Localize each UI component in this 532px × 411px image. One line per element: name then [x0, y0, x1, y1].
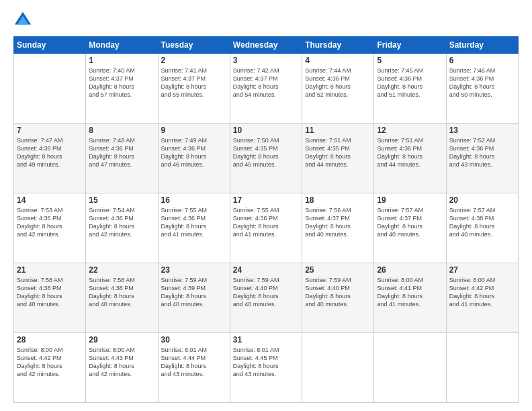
day-number: 13	[449, 126, 515, 135]
calendar-header: SundayMondayTuesdayWednesdayThursdayFrid…	[14, 37, 519, 54]
day-content: Sunrise: 8:00 AM Sunset: 4:42 PM Dayligh…	[449, 276, 515, 309]
calendar-cell: 1Sunrise: 7:40 AM Sunset: 4:37 PM Daylig…	[86, 54, 158, 124]
calendar-cell: 21Sunrise: 7:58 AM Sunset: 4:38 PM Dayli…	[14, 263, 86, 333]
header-cell-monday: Monday	[86, 37, 158, 54]
calendar-cell: 7Sunrise: 7:47 AM Sunset: 4:36 PM Daylig…	[14, 124, 86, 193]
calendar-cell: 30Sunrise: 8:01 AM Sunset: 4:44 PM Dayli…	[158, 333, 230, 403]
day-content: Sunrise: 7:40 AM Sunset: 4:37 PM Dayligh…	[89, 66, 154, 99]
calendar-cell: 8Sunrise: 7:48 AM Sunset: 4:36 PM Daylig…	[86, 124, 158, 193]
day-number: 29	[89, 335, 154, 345]
day-number: 2	[161, 56, 227, 65]
calendar-cell: 28Sunrise: 8:00 AM Sunset: 4:42 PM Dayli…	[14, 333, 86, 403]
calendar-cell: 23Sunrise: 7:59 AM Sunset: 4:39 PM Dayli…	[158, 263, 230, 333]
calendar-cell: 12Sunrise: 7:51 AM Sunset: 4:36 PM Dayli…	[374, 124, 446, 193]
day-content: Sunrise: 7:55 AM Sunset: 4:36 PM Dayligh…	[161, 206, 227, 239]
calendar-cell: 15Sunrise: 7:54 AM Sunset: 4:36 PM Dayli…	[86, 193, 158, 263]
day-content: Sunrise: 8:01 AM Sunset: 4:45 PM Dayligh…	[233, 346, 299, 379]
calendar-cell: 17Sunrise: 7:55 AM Sunset: 4:36 PM Dayli…	[230, 193, 302, 263]
day-content: Sunrise: 7:45 AM Sunset: 4:36 PM Dayligh…	[377, 66, 443, 99]
day-number: 26	[377, 265, 443, 275]
day-number: 10	[233, 126, 299, 135]
day-number: 8	[89, 126, 154, 135]
day-content: Sunrise: 8:00 AM Sunset: 4:42 PM Dayligh…	[17, 346, 83, 379]
calendar-cell: 29Sunrise: 8:00 AM Sunset: 4:43 PM Dayli…	[86, 333, 158, 403]
calendar-cell: 10Sunrise: 7:50 AM Sunset: 4:35 PM Dayli…	[230, 124, 302, 193]
header-cell-tuesday: Tuesday	[158, 37, 230, 54]
page: SundayMondayTuesdayWednesdayThursdayFrid…	[0, 0, 532, 411]
calendar-cell: 16Sunrise: 7:55 AM Sunset: 4:36 PM Dayli…	[158, 193, 230, 263]
calendar-cell: 27Sunrise: 8:00 AM Sunset: 4:42 PM Dayli…	[446, 263, 518, 333]
day-number: 11	[305, 126, 371, 135]
day-number: 15	[89, 195, 154, 205]
header-cell-saturday: Saturday	[446, 37, 518, 54]
day-content: Sunrise: 7:41 AM Sunset: 4:37 PM Dayligh…	[161, 66, 227, 99]
calendar-cell: 25Sunrise: 7:59 AM Sunset: 4:40 PM Dayli…	[302, 263, 374, 333]
day-number: 23	[161, 265, 227, 275]
day-number: 28	[17, 335, 83, 345]
day-content: Sunrise: 7:44 AM Sunset: 4:36 PM Dayligh…	[305, 66, 371, 99]
day-content: Sunrise: 7:47 AM Sunset: 4:36 PM Dayligh…	[17, 136, 83, 169]
header-cell-wednesday: Wednesday	[230, 37, 302, 54]
day-content: Sunrise: 7:50 AM Sunset: 4:35 PM Dayligh…	[233, 136, 299, 169]
day-content: Sunrise: 7:56 AM Sunset: 4:37 PM Dayligh…	[305, 206, 371, 239]
day-content: Sunrise: 7:58 AM Sunset: 4:38 PM Dayligh…	[17, 276, 83, 309]
day-content: Sunrise: 7:46 AM Sunset: 4:36 PM Dayligh…	[449, 66, 515, 99]
day-content: Sunrise: 7:57 AM Sunset: 4:37 PM Dayligh…	[377, 206, 443, 239]
day-content: Sunrise: 7:48 AM Sunset: 4:36 PM Dayligh…	[89, 136, 154, 169]
calendar-cell: 4Sunrise: 7:44 AM Sunset: 4:36 PM Daylig…	[302, 54, 374, 124]
calendar-cell: 19Sunrise: 7:57 AM Sunset: 4:37 PM Dayli…	[374, 193, 446, 263]
calendar-cell: 5Sunrise: 7:45 AM Sunset: 4:36 PM Daylig…	[374, 54, 446, 124]
calendar-cell: 24Sunrise: 7:59 AM Sunset: 4:40 PM Dayli…	[230, 263, 302, 333]
day-content: Sunrise: 7:51 AM Sunset: 4:35 PM Dayligh…	[305, 136, 371, 169]
day-number: 12	[377, 126, 443, 135]
day-content: Sunrise: 7:55 AM Sunset: 4:36 PM Dayligh…	[233, 206, 299, 239]
calendar-cell	[446, 333, 518, 403]
day-number: 3	[233, 56, 299, 65]
calendar-cell: 9Sunrise: 7:49 AM Sunset: 4:36 PM Daylig…	[158, 124, 230, 193]
day-number: 5	[377, 56, 443, 65]
day-number: 4	[305, 56, 371, 65]
day-content: Sunrise: 7:59 AM Sunset: 4:40 PM Dayligh…	[233, 276, 299, 309]
calendar-cell	[374, 333, 446, 403]
calendar-cell	[14, 54, 86, 124]
day-content: Sunrise: 7:42 AM Sunset: 4:37 PM Dayligh…	[233, 66, 299, 99]
week-row-3: 21Sunrise: 7:58 AM Sunset: 4:38 PM Dayli…	[14, 263, 519, 333]
day-number: 20	[449, 195, 515, 205]
day-number: 27	[449, 265, 515, 275]
header-cell-thursday: Thursday	[302, 37, 374, 54]
day-number: 16	[161, 195, 227, 205]
day-content: Sunrise: 7:52 AM Sunset: 4:36 PM Dayligh…	[449, 136, 515, 169]
day-number: 6	[449, 56, 515, 65]
logo	[13, 11, 35, 30]
day-content: Sunrise: 8:00 AM Sunset: 4:43 PM Dayligh…	[89, 346, 154, 379]
day-number: 7	[17, 126, 83, 135]
week-row-1: 7Sunrise: 7:47 AM Sunset: 4:36 PM Daylig…	[14, 124, 519, 193]
day-number: 17	[233, 195, 299, 205]
calendar-cell: 11Sunrise: 7:51 AM Sunset: 4:35 PM Dayli…	[302, 124, 374, 193]
calendar-cell: 6Sunrise: 7:46 AM Sunset: 4:36 PM Daylig…	[446, 54, 518, 124]
calendar-cell: 26Sunrise: 8:00 AM Sunset: 4:41 PM Dayli…	[374, 263, 446, 333]
day-content: Sunrise: 7:57 AM Sunset: 4:38 PM Dayligh…	[449, 206, 515, 239]
logo-icon	[13, 11, 32, 30]
day-number: 24	[233, 265, 299, 275]
day-content: Sunrise: 7:53 AM Sunset: 4:36 PM Dayligh…	[17, 206, 83, 239]
day-content: Sunrise: 7:59 AM Sunset: 4:40 PM Dayligh…	[305, 276, 371, 309]
header-row: SundayMondayTuesdayWednesdayThursdayFrid…	[14, 37, 519, 54]
calendar-cell: 18Sunrise: 7:56 AM Sunset: 4:37 PM Dayli…	[302, 193, 374, 263]
day-number: 25	[305, 265, 371, 275]
day-content: Sunrise: 8:00 AM Sunset: 4:41 PM Dayligh…	[377, 276, 443, 309]
day-content: Sunrise: 7:54 AM Sunset: 4:36 PM Dayligh…	[89, 206, 154, 239]
day-number: 19	[377, 195, 443, 205]
day-number: 21	[17, 265, 83, 275]
day-content: Sunrise: 7:59 AM Sunset: 4:39 PM Dayligh…	[161, 276, 227, 309]
day-number: 9	[161, 126, 227, 135]
day-number: 30	[161, 335, 227, 345]
header-cell-sunday: Sunday	[14, 37, 86, 54]
calendar-cell: 2Sunrise: 7:41 AM Sunset: 4:37 PM Daylig…	[158, 54, 230, 124]
day-number: 31	[233, 335, 299, 345]
calendar-cell: 3Sunrise: 7:42 AM Sunset: 4:37 PM Daylig…	[230, 54, 302, 124]
week-row-0: 1Sunrise: 7:40 AM Sunset: 4:37 PM Daylig…	[14, 54, 519, 124]
day-number: 14	[17, 195, 83, 205]
calendar-cell: 13Sunrise: 7:52 AM Sunset: 4:36 PM Dayli…	[446, 124, 518, 193]
calendar-table: SundayMondayTuesdayWednesdayThursdayFrid…	[13, 36, 519, 403]
